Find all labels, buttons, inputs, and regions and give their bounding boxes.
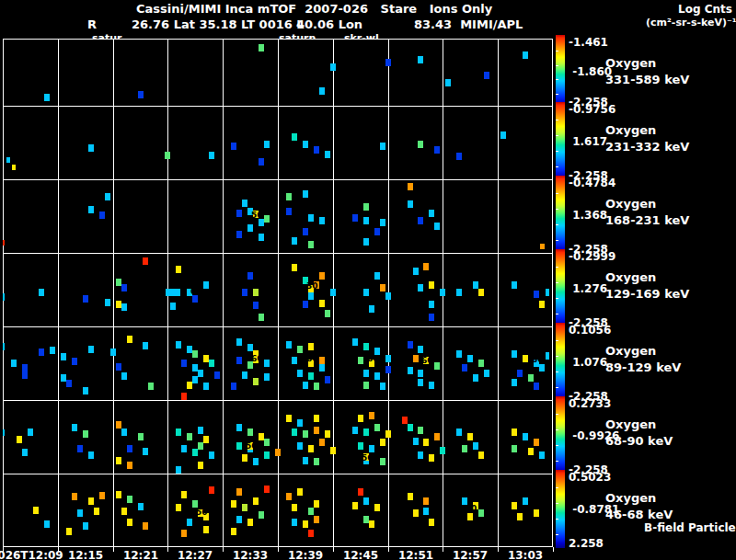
data-cell — [303, 190, 308, 198]
data-cell — [352, 427, 358, 434]
data-cell — [28, 429, 33, 436]
data-cell — [247, 272, 253, 280]
energy-range-label: 46-68 keV — [605, 509, 673, 521]
data-cell — [418, 141, 423, 148]
data-cell — [467, 355, 473, 362]
data-cell — [546, 289, 549, 296]
data-cell — [319, 87, 325, 95]
colorbar-title-line2: (cm²-sr-s-keV)⁻¹ — [646, 17, 736, 29]
data-cell — [462, 364, 467, 371]
data-cell — [473, 442, 478, 450]
data-cell — [330, 63, 336, 71]
data-cell — [264, 215, 270, 223]
colorbar-tick — [556, 371, 558, 372]
data-cell — [286, 193, 292, 200]
data-cell — [319, 364, 325, 371]
data-cell — [385, 355, 391, 362]
colorbar — [556, 35, 565, 107]
data-cell — [369, 412, 374, 419]
data-cell — [259, 234, 264, 241]
colorbar-mid-value: 1.276 — [569, 283, 607, 294]
data-cell — [303, 457, 308, 464]
data-cell — [473, 374, 478, 382]
colorbar-max-value: -0.9756 — [569, 104, 615, 115]
data-cell — [176, 429, 181, 436]
data-cell — [523, 433, 528, 440]
data-cell — [110, 349, 116, 356]
data-cell — [314, 516, 319, 523]
data-cell — [512, 281, 517, 289]
energy-range-label: 89-129 keV — [605, 361, 681, 374]
data-cell — [77, 445, 83, 452]
data-cell — [264, 141, 270, 148]
data-cell — [170, 303, 176, 310]
time-tick-label: 12:15 — [68, 549, 103, 560]
data-cell — [540, 244, 545, 249]
grid-line-vertical — [113, 39, 114, 547]
data-cell — [259, 44, 264, 51]
data-cell — [253, 497, 259, 505]
energy-range-label: 331-589 keV — [605, 74, 689, 86]
data-cell — [198, 427, 203, 434]
data-cell — [408, 493, 413, 500]
contour-label: 60 — [421, 357, 433, 365]
data-cell — [423, 497, 429, 505]
data-cell — [456, 289, 462, 296]
data-cell — [127, 496, 132, 503]
data-cell — [3, 343, 5, 350]
data-cell — [319, 300, 325, 307]
data-cell — [192, 376, 198, 383]
data-cell — [286, 341, 292, 349]
contour-label: 0 — [251, 506, 257, 514]
colorbar-tick — [556, 298, 558, 299]
colorbar-tick — [556, 240, 558, 241]
data-cell — [236, 210, 242, 217]
data-cell — [314, 427, 319, 434]
data-cell — [88, 497, 94, 505]
data-cell — [148, 383, 154, 390]
colorbar-max-value: -0.4784 — [569, 177, 615, 189]
data-cell — [429, 454, 434, 462]
data-cell — [99, 211, 105, 219]
grid-line-horizontal — [3, 326, 553, 327]
data-cell — [512, 350, 517, 358]
data-cell — [143, 342, 148, 349]
time-tick-label: 12:45 — [343, 549, 378, 560]
data-cell — [423, 263, 429, 270]
data-cell — [456, 350, 462, 358]
data-cell — [247, 224, 253, 232]
data-cell — [105, 299, 110, 306]
data-cell — [314, 415, 319, 422]
data-cell — [534, 509, 539, 517]
data-cell — [434, 433, 440, 440]
data-cell — [138, 433, 144, 440]
data-cell — [83, 522, 88, 530]
colorbar-tick — [556, 356, 558, 357]
data-cell — [308, 292, 314, 300]
data-cell — [165, 152, 170, 159]
time-tick-label: 12:57 — [453, 549, 488, 560]
colorbar-tick — [556, 79, 558, 80]
data-cell — [352, 214, 358, 222]
data-cell — [363, 370, 369, 377]
data-cell — [66, 528, 72, 535]
data-cell — [286, 208, 292, 215]
data-cell — [187, 519, 192, 526]
data-cell — [203, 281, 209, 289]
colorbar-tick — [556, 503, 558, 504]
data-cell — [88, 346, 94, 353]
data-cell — [242, 289, 247, 296]
colorbar-tick — [556, 166, 558, 167]
data-cell — [358, 488, 363, 496]
data-cell — [6, 157, 10, 163]
data-cell — [22, 371, 28, 379]
data-cell — [259, 511, 264, 519]
data-cell — [286, 415, 292, 422]
colorbar — [556, 396, 565, 474]
time-axis-tick — [553, 547, 554, 552]
contour-label: 0 — [190, 288, 196, 296]
colorbar-max-value: 0.1056 — [569, 325, 611, 336]
data-cell — [528, 374, 534, 382]
data-cell — [231, 383, 236, 390]
grid-line-vertical — [278, 39, 279, 547]
